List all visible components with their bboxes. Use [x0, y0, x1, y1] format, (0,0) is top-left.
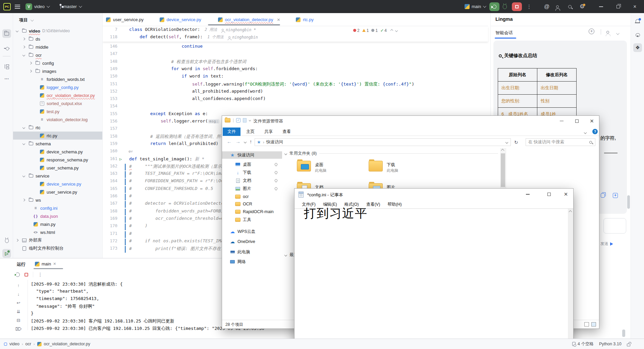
tree-item-sorted_output.xlsx[interactable]: ?sorted_output.xlsx	[13, 99, 103, 107]
window-minimize-button[interactable]	[599, 0, 603, 13]
ribbon-tab-共享[interactable]: 共享	[260, 128, 277, 136]
sidebar-item-快速访问[interactable]: ★快速访问	[222, 151, 282, 159]
notepad-close-button[interactable]: ✕	[558, 189, 574, 200]
sidebar-item-文档[interactable]: 文档	[222, 177, 282, 184]
account-dropdown[interactable]	[616, 31, 619, 36]
tree-item-ws[interactable]: ws	[13, 196, 103, 204]
tree-chevron-icon[interactable]	[22, 54, 25, 56]
ribbon-tab-主页[interactable]: 主页	[241, 128, 259, 136]
folder-tile-桌面[interactable]: 桌面此电脑	[297, 160, 367, 180]
notepad-scrollbar[interactable]	[568, 209, 573, 349]
tree-chevron-icon[interactable]	[22, 38, 25, 40]
code-line-154[interactable]: 154	[103, 103, 488, 111]
lingma-stripe-button[interactable]: ❖	[633, 43, 642, 52]
sidebar-item-网络[interactable]: 网络	[222, 258, 282, 265]
sidebar-item-OCR[interactable]: OCR	[222, 200, 282, 208]
thumbnail-view-icon[interactable]	[591, 322, 596, 327]
scroll-up-icon[interactable]	[569, 210, 572, 214]
code-line-147[interactable]: 147	[103, 51, 488, 58]
tree-chevron-icon[interactable]	[22, 46, 25, 48]
window-restore-button[interactable]	[616, 0, 620, 13]
usages-hint[interactable]: 2 用法	[205, 27, 217, 32]
tree-item-外部库[interactable]: 外部库	[13, 236, 103, 244]
customize-qat-icon[interactable]	[249, 119, 251, 121]
tree-item-test.py[interactable]: test.py	[13, 107, 103, 115]
scrollbar-thumb[interactable]	[501, 153, 505, 187]
settings-button[interactable]: ⚙	[580, 0, 585, 13]
code-line-118[interactable]: 118 def detect(self, frame):1 个用法ninghon…	[103, 34, 488, 42]
address-dropdown-icon[interactable]	[505, 141, 508, 143]
code-with-me-button[interactable]	[556, 0, 559, 13]
explorer-maximize-button[interactable]	[569, 116, 584, 126]
scrollbar[interactable]	[627, 195, 630, 209]
console-gutter-icon-0[interactable]: ↑	[17, 283, 20, 288]
support-button[interactable]	[633, 31, 642, 39]
sidebar-item-工具[interactable]: 工具	[222, 216, 282, 223]
lock-icon[interactable]	[627, 344, 630, 346]
lingma-input-card[interactable]	[603, 218, 626, 234]
tree-item-device_service.py[interactable]: device_service.py	[13, 180, 103, 188]
breadcrumb-item[interactable]: ocr_violation_detector.py	[44, 342, 90, 346]
main-menu-button[interactable]	[15, 0, 20, 13]
structure-tool-icon[interactable]	[2, 62, 11, 71]
folder-tile-下载[interactable]: 下载此电脑	[369, 160, 439, 180]
console-gutter-icon-5[interactable]: ⌦	[15, 326, 21, 332]
tree-item-ocr[interactable]: ocr	[13, 51, 103, 59]
notepad-menu-帮助(H)[interactable]: 帮助(H)	[387, 202, 401, 207]
close-icon[interactable]: ✕	[53, 262, 56, 266]
tree-item-rtc.py[interactable]: rtc.py	[13, 132, 103, 140]
up-icon[interactable]: ↑	[250, 139, 252, 144]
tree-chevron-icon[interactable]	[29, 62, 32, 64]
back-icon[interactable]: ←	[227, 139, 232, 144]
code-line-7[interactable]: 7class OCRViolationDetector:2 用法ninghong…	[103, 27, 488, 34]
indent-status[interactable]: 4 个空格	[572, 341, 594, 347]
sidebar-item-此电脑[interactable]: 此电脑	[222, 248, 282, 256]
code-line-153[interactable]: 153 all_confidences.append(conf)	[103, 96, 488, 103]
recent-locations-icon[interactable]	[244, 141, 247, 143]
close-icon[interactable]: ✕	[277, 17, 280, 22]
project-selector[interactable]: V video	[25, 0, 49, 13]
console-gutter-icon-2[interactable]: ↩	[17, 300, 20, 306]
interpreter-status[interactable]: Python 3.10	[599, 342, 622, 346]
explorer-search-input[interactable]: 在 快速访问 中搜索	[526, 138, 595, 146]
notepad-minimize-button[interactable]	[520, 189, 535, 200]
sidebar-item-下载[interactable]: ↓下载	[222, 169, 282, 176]
kebab-icon[interactable]: ⋮	[38, 272, 43, 277]
forward-icon[interactable]: →	[235, 139, 240, 144]
tree-item-violation_detector.log[interactable]: ≡violation_detector.log	[13, 115, 103, 123]
notifications-button[interactable]	[633, 16, 642, 25]
tree-item-response_schema.py[interactable]: response_schema.py	[13, 156, 103, 164]
tree-item-ws.html[interactable]: <>ws.html	[13, 228, 103, 236]
more-tools-icon[interactable]: ⋯	[2, 74, 11, 83]
console-gutter-icons[interactable]: ↑↓↩⇊⊟⌦	[13, 283, 23, 332]
new-chat-button[interactable]: +	[589, 29, 594, 34]
run-config-selector[interactable]: main	[465, 0, 485, 13]
help-button[interactable]: ?	[592, 129, 598, 134]
commit-tool-icon[interactable]	[2, 44, 11, 53]
console-gutter-icon-3[interactable]: ⇊	[17, 309, 20, 314]
scroll-up-icon[interactable]	[501, 149, 504, 152]
breadcrumb-item[interactable]: ocr	[25, 342, 31, 346]
console-gutter-icon-1[interactable]: ↓	[17, 291, 20, 297]
insert-button[interactable]: +	[613, 193, 618, 198]
usages-hint[interactable]: 1 个用法	[207, 35, 223, 39]
stop-button[interactable]	[512, 0, 522, 13]
code-line-151[interactable]: 151 self.logger.warning(f"OCR检测到违禁词: '{w…	[103, 81, 488, 89]
search-everywhere-button[interactable]	[568, 0, 572, 13]
scrollbar[interactable]	[622, 330, 625, 337]
lingma-tab-chat[interactable]: 智能会话	[495, 30, 513, 36]
breadcrumb-item[interactable]: video	[9, 342, 19, 346]
tree-item-data.json[interactable]: { }data.json	[13, 212, 103, 220]
window-close-button[interactable]: ×	[633, 0, 636, 13]
tree-item-forbidden_words.txt[interactable]: ≡forbidden_words.txt	[13, 75, 103, 83]
tree-item-logger_config.py[interactable]: logger_config.py	[13, 83, 103, 91]
code-line-150[interactable]: 150 if word in text:	[103, 73, 488, 81]
tree-chevron-icon[interactable]	[16, 239, 18, 242]
tree-item-schema[interactable]: schema	[13, 140, 103, 148]
sidebar-item-图片[interactable]: 图片	[222, 185, 282, 192]
ribbon-tab-查看[interactable]: 查看	[278, 128, 296, 136]
sidebar-item-桌面[interactable]: 桌面	[222, 161, 282, 168]
notepad-maximize-button[interactable]	[541, 189, 557, 200]
details-view-icon[interactable]	[584, 322, 589, 327]
tree-item-service[interactable]: service	[13, 172, 103, 180]
